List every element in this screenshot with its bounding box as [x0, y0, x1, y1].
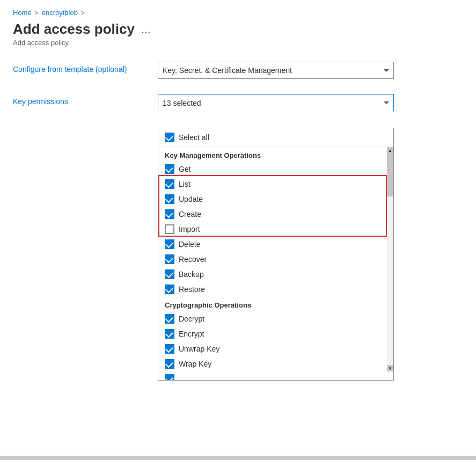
bottom-bar	[0, 456, 476, 460]
breadcrumb-sep2: >	[81, 9, 85, 17]
checkbox-label: Update	[179, 195, 203, 203]
checkbox-label: Get	[179, 165, 191, 173]
template-chevron-icon	[384, 69, 389, 72]
checkbox-label: Restore	[179, 285, 205, 294]
list-item[interactable]: List	[158, 177, 387, 192]
checkbox-label: Delete	[179, 240, 200, 249]
checkbox-icon[interactable]	[165, 344, 174, 354]
checkbox-label: Recover	[179, 255, 207, 264]
checkbox-label: Decrypt	[179, 315, 204, 323]
checkbox-icon[interactable]	[165, 284, 174, 294]
page-header: Add access policy ... Add access policy	[0, 21, 476, 49]
checkbox-icon[interactable]	[165, 224, 174, 234]
scrollbar-down-arrow[interactable]: ▼	[387, 365, 393, 371]
checkbox-label: Create	[179, 210, 201, 218]
partial-item-hint	[158, 371, 393, 380]
list-item[interactable]: Unwrap Key	[158, 341, 387, 356]
checkbox-icon[interactable]	[165, 164, 174, 174]
list-item[interactable]: Get	[158, 162, 387, 177]
checkbox-icon[interactable]	[165, 254, 174, 264]
scrollbar-track: ▲ ▼	[387, 147, 393, 371]
key-permissions-chevron-icon	[384, 101, 389, 104]
key-permissions-selected: 13 selected	[163, 99, 201, 107]
checkbox-label: Encrypt	[179, 330, 204, 338]
template-control: Key, Secret, & Certificate Management	[158, 62, 394, 79]
cryptographic-items: DecryptEncryptUnwrap KeyWrap Key	[158, 311, 387, 371]
list-item[interactable]: Delete	[158, 237, 387, 252]
cryptographic-section-header: Cryptographic Operations	[158, 297, 387, 311]
template-dropdown[interactable]: Key, Secret, & Certificate Management	[158, 62, 394, 79]
select-all-checkbox[interactable]	[165, 133, 174, 142]
checkbox-label: Unwrap Key	[179, 345, 219, 353]
key-permissions-control: 13 selected Select all Key Management Op…	[158, 94, 394, 363]
key-permissions-dropdown[interactable]: 13 selected	[158, 94, 394, 111]
checkbox-icon[interactable]	[165, 239, 174, 249]
checkbox-icon[interactable]	[165, 314, 174, 324]
checkbox-icon[interactable]	[165, 209, 174, 219]
list-item[interactable]: Import	[158, 222, 387, 237]
checkbox-icon[interactable]	[165, 329, 174, 339]
key-management-section-header: Key Management Operations	[158, 147, 387, 162]
checkbox-label: List	[179, 180, 191, 188]
key-permissions-label: Key permissions	[13, 94, 158, 106]
list-item[interactable]: Backup	[158, 267, 387, 282]
select-all-label: Select all	[179, 133, 209, 142]
list-item[interactable]: Encrypt	[158, 326, 387, 341]
template-value: Key, Secret, & Certificate Management	[163, 66, 292, 75]
main-content: Configure from template (optional) Key, …	[0, 49, 476, 460]
items-wrapper: Key Management Operations GetListUpdateC…	[158, 147, 393, 371]
page-title-ellipsis[interactable]: ...	[141, 23, 151, 36]
checkbox-icon[interactable]	[165, 179, 174, 189]
breadcrumb-blob[interactable]: encrpytblob	[42, 9, 78, 17]
key-permissions-panel: Select all Key Management Operations Get…	[158, 128, 394, 381]
checkbox-label: Backup	[179, 270, 204, 279]
scrollbar-thumb[interactable]	[387, 154, 393, 196]
template-row: Configure from template (optional) Key, …	[13, 62, 463, 79]
partial-checkbox	[165, 374, 174, 380]
breadcrumb: Home > encrpytblob >	[0, 0, 476, 21]
list-item[interactable]: Create	[158, 207, 387, 222]
list-item[interactable]: Restore	[158, 282, 387, 297]
page-title: Add access policy	[13, 21, 135, 38]
checkbox-icon[interactable]	[165, 269, 174, 279]
list-item[interactable]: Update	[158, 192, 387, 207]
list-item[interactable]: Recover	[158, 252, 387, 267]
checkbox-icon[interactable]	[165, 359, 174, 369]
checkbox-label: Import	[179, 225, 200, 233]
template-label: Configure from template (optional)	[13, 62, 158, 74]
checkbox-label: Wrap Key	[179, 360, 211, 368]
select-all-row[interactable]: Select all	[158, 128, 393, 147]
list-item[interactable]: Decrypt	[158, 311, 387, 326]
key-permissions-row: Key permissions 13 selected Select all	[13, 94, 463, 363]
checkbox-icon[interactable]	[165, 194, 174, 204]
breadcrumb-home[interactable]: Home	[13, 9, 32, 17]
key-management-items: GetListUpdateCreateImportDeleteRecoverBa…	[158, 162, 387, 297]
page-subtitle: Add access policy	[13, 39, 463, 47]
list-item[interactable]: Wrap Key	[158, 356, 387, 371]
breadcrumb-sep1: >	[35, 9, 39, 17]
scrollbar-up-arrow[interactable]: ▲	[387, 147, 393, 154]
